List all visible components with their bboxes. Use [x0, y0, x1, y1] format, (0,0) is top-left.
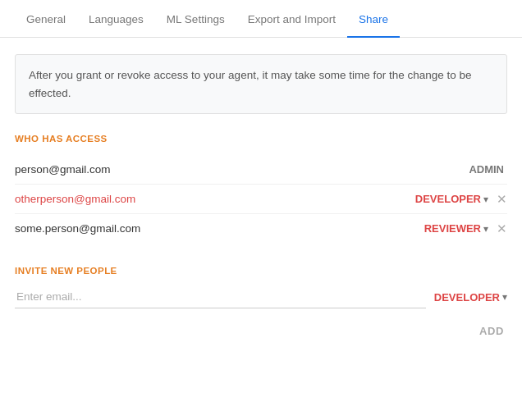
- access-list: person@gmail.com ADMIN otherperson@gmail…: [15, 155, 507, 243]
- access-role-2: DEVELOPER: [415, 193, 481, 205]
- invite-role-dropdown[interactable]: DEVELOPER ▾: [434, 291, 507, 304]
- access-role-1: ADMIN: [469, 163, 504, 176]
- invite-row: DEVELOPER ▾: [15, 285, 507, 308]
- tab-export-import[interactable]: Export and Import: [236, 0, 347, 37]
- info-message: After you grant or revoke access to your…: [29, 69, 472, 99]
- access-email-2: otherperson@gmail.com: [15, 193, 415, 205]
- tabs-nav: General Languages ML Settings Export and…: [0, 0, 522, 38]
- tab-share[interactable]: Share: [347, 0, 400, 37]
- access-section: WHO HAS ACCESS person@gmail.com ADMIN ot…: [15, 134, 507, 243]
- remove-button-3[interactable]: ✕: [497, 222, 507, 235]
- access-email-3: some.person@gmail.com: [15, 222, 424, 235]
- table-row: otherperson@gmail.com DEVELOPER ▾ ✕: [15, 185, 507, 214]
- invite-label: INVITE NEW PEOPLE: [15, 266, 507, 276]
- chevron-down-icon: ▾: [483, 194, 488, 205]
- tab-ml-settings[interactable]: ML Settings: [155, 0, 236, 37]
- developer-role-dropdown[interactable]: DEVELOPER ▾: [415, 193, 488, 205]
- chevron-down-icon-3: ▾: [502, 291, 507, 303]
- main-content: After you grant or revoke access to your…: [0, 38, 522, 358]
- access-role-3: REVIEWER: [424, 222, 481, 235]
- reviewer-role-dropdown[interactable]: REVIEWER ▾: [424, 222, 488, 235]
- tab-languages[interactable]: Languages: [77, 0, 155, 37]
- email-input[interactable]: [15, 285, 426, 308]
- add-button[interactable]: ADD: [476, 320, 507, 342]
- invite-section: INVITE NEW PEOPLE DEVELOPER ▾ ADD: [15, 266, 507, 342]
- remove-button-2[interactable]: ✕: [497, 193, 507, 205]
- add-row: ADD: [15, 320, 507, 342]
- invite-role-label: DEVELOPER: [434, 291, 500, 304]
- table-row: some.person@gmail.com REVIEWER ▾ ✕: [15, 214, 507, 243]
- tab-general[interactable]: General: [15, 0, 77, 37]
- table-row: person@gmail.com ADMIN: [15, 155, 507, 185]
- info-box: After you grant or revoke access to your…: [15, 54, 507, 114]
- chevron-down-icon-2: ▾: [483, 223, 488, 235]
- who-has-access-label: WHO HAS ACCESS: [15, 134, 507, 144]
- access-email-1: person@gmail.com: [15, 163, 469, 176]
